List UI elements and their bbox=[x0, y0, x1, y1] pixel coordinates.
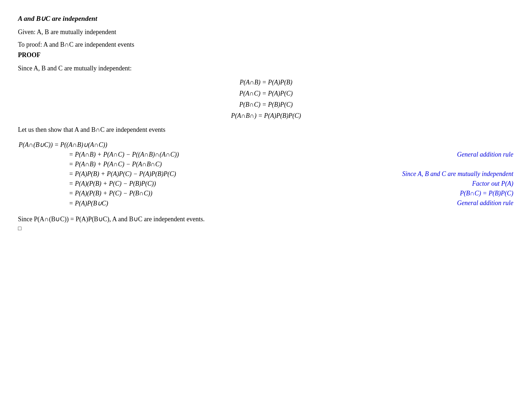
derivation-row: = P(A∩B) + P(A∩C) − P((A∩B)∩(A∩C))Genera… bbox=[19, 150, 513, 159]
derivation-note-0: General addition rule bbox=[183, 150, 513, 159]
centered-equations: P(A∩B) = P(A)P(B) P(A∩C) = P(A)P(C) P(B∩… bbox=[18, 79, 514, 120]
derivation-note-3: Factor out P(A) bbox=[183, 179, 513, 188]
first-note-cell bbox=[183, 140, 513, 149]
derivation-note-2: Since A, B and C are mutually independen… bbox=[183, 170, 513, 179]
first-lhs-cell: P(A∩(B∪C)) = P((A∩B)∪(A∩C)) bbox=[19, 140, 183, 149]
derivation-note-5: General addition rule bbox=[183, 199, 513, 208]
derivation-eq-0: = P(A∩B) + P(A∩C) − P((A∩B)∩(A∩C)) bbox=[19, 150, 183, 159]
derivation-row: = P(A∩B) + P(A∩C) − P(A∩B∩C) bbox=[19, 160, 513, 169]
derivation-block: P(A∩(B∪C)) = P((A∩B)∪(A∩C)) = P(A∩B) + P… bbox=[18, 139, 514, 209]
proof-heading: PROOF bbox=[18, 51, 514, 59]
derivation-table: P(A∩(B∪C)) = P((A∩B)∪(A∩C)) = P(A∩B) + P… bbox=[18, 139, 514, 209]
qed-mark: □ bbox=[18, 225, 514, 232]
eq3: P(B∩C) = P(B)P(C) bbox=[239, 101, 293, 108]
derivation-eq-1: = P(A∩B) + P(A∩C) − P(A∩B∩C) bbox=[19, 160, 183, 169]
derivation-row: = P(A)P(B∪C)General addition rule bbox=[19, 199, 513, 208]
derivation-eq-4: = P(A)(P(B) + P(C) − P(B∩C)) bbox=[19, 189, 183, 198]
eq2: P(A∩C) = P(A)P(C) bbox=[239, 90, 293, 97]
derivation-row: = P(A)(P(B) + P(C) − P(B)P(C))Factor out… bbox=[19, 179, 513, 188]
title-line: A and B∪C are independent bbox=[18, 14, 514, 23]
given-line: Given: A, B are mutually independent bbox=[18, 28, 514, 36]
derivation-eq-5: = P(A)P(B∪C) bbox=[19, 199, 183, 208]
derivation-note-4: P(B∩C) = P(B)P(C) bbox=[183, 189, 513, 198]
letshow-line: Let us then show that A and B∩C are inde… bbox=[18, 126, 514, 134]
derivation-row: = P(A)P(B) + P(A)P(C) − P(A)P(B)P(C)Sinc… bbox=[19, 170, 513, 179]
derivation-note-1 bbox=[183, 160, 513, 169]
derivation-eq-2: = P(A)P(B) + P(A)P(C) − P(A)P(B)P(C) bbox=[19, 170, 183, 179]
derivation-first-row: P(A∩(B∪C)) = P((A∩B)∪(A∩C)) bbox=[19, 140, 513, 149]
toproof-line: To proof: A and B∩C are independent even… bbox=[18, 41, 514, 48]
conclusion-line: Since P(A∩(B∪C)) = P(A)P(B∪C), A and B∪C… bbox=[18, 215, 514, 223]
since-mutually-line: Since A, B and C are mutually independen… bbox=[18, 65, 514, 72]
eq4: P(A∩B∩) = P(A)P(B)P(C) bbox=[231, 112, 301, 120]
derivation-eq-3: = P(A)(P(B) + P(C) − P(B)P(C)) bbox=[19, 179, 183, 188]
eq1: P(A∩B) = P(A)P(B) bbox=[240, 79, 292, 86]
derivation-row: = P(A)(P(B) + P(C) − P(B∩C))P(B∩C) = P(B… bbox=[19, 189, 513, 198]
